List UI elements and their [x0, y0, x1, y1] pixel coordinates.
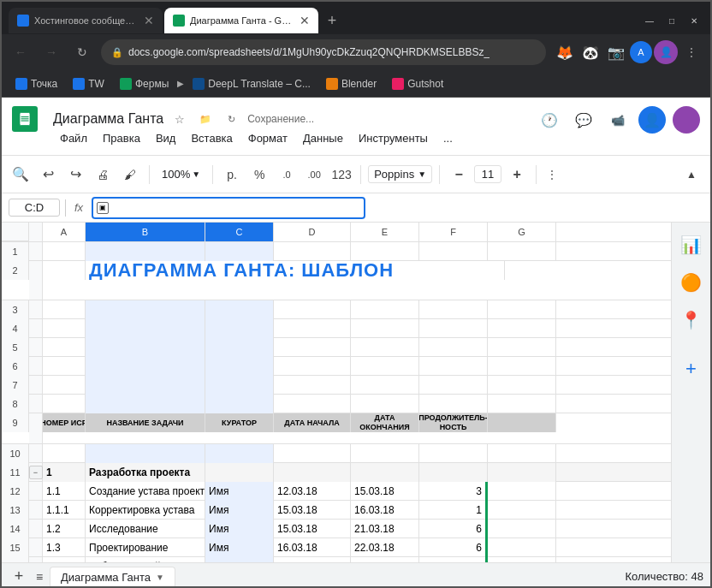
cell-e11[interactable]	[351, 463, 419, 482]
forward-button[interactable]: →	[39, 40, 63, 64]
url-bar[interactable]: 🔒 docs.google.com/spreadsheets/d/1MgUh90…	[101, 39, 546, 65]
col-header-f[interactable]: F	[419, 223, 488, 241]
search-toolbar-btn[interactable]: 🔍	[9, 163, 33, 187]
cell-f15[interactable]: 6	[419, 538, 488, 557]
cell-b14[interactable]: Исследование	[86, 520, 205, 538]
tab-2-close[interactable]: ✕	[300, 14, 310, 27]
cell-f1[interactable]	[419, 242, 488, 261]
cell-f13[interactable]: 1	[419, 501, 488, 520]
menu-tools[interactable]: Инструменты	[352, 128, 435, 148]
reload-button[interactable]: ↻	[70, 40, 94, 64]
menu-view[interactable]: Вид	[149, 128, 183, 148]
cell-b12[interactable]: Создание устава проекта	[86, 482, 205, 501]
extension-icon-2[interactable]: 🐼	[578, 40, 602, 64]
cell-a11[interactable]: 1	[43, 463, 86, 482]
cell-b9[interactable]: НАЗВАНИЕ ЗАДАЧИ	[86, 413, 205, 432]
row-num-14[interactable]: 14	[2, 520, 29, 538]
sidebar-forms-icon[interactable]: 🟠	[676, 267, 707, 298]
cell-f16[interactable]: 4	[419, 557, 488, 562]
currency-btn[interactable]: р.	[220, 163, 244, 187]
percent-btn[interactable]: %	[247, 163, 271, 187]
user-photo[interactable]	[673, 106, 700, 134]
cell-c9[interactable]: КУРАТОР	[205, 413, 274, 432]
sidebar-sheets-icon[interactable]: 📊	[676, 229, 707, 260]
bookmark-gutshot[interactable]: Gutshot	[385, 75, 450, 92]
cell-a12[interactable]: 1.1	[43, 482, 86, 501]
meet-icon[interactable]: 📹	[604, 106, 632, 134]
cell-a16[interactable]: 1.4	[43, 557, 86, 562]
undo-btn[interactable]: ↩	[36, 163, 60, 187]
cell-b2-title[interactable]: ДИАГРАММА ГАНТА: ШАБЛОН	[86, 261, 505, 280]
cell-d9[interactable]: ДАТА НАЧАЛА	[274, 413, 351, 432]
tab-2[interactable]: Диаграмма Ганта - Google Та... ✕	[164, 8, 318, 33]
cell-c15[interactable]: Имя	[205, 538, 274, 557]
row-num-8[interactable]: 8	[2, 395, 29, 413]
extension-icon-3[interactable]: 📷	[604, 40, 628, 64]
cell-g14[interactable]	[488, 520, 556, 538]
user-profile-photo[interactable]: 👤	[654, 40, 678, 64]
row-num-9[interactable]: 9	[2, 413, 29, 432]
col-header-g[interactable]: G	[488, 223, 556, 241]
add-sheet-button[interactable]: +	[9, 567, 29, 587]
menu-edit[interactable]: Правка	[96, 128, 147, 148]
col-header-d[interactable]: D	[274, 223, 351, 241]
comment-icon[interactable]: 💬	[570, 106, 597, 134]
cell-b16[interactable]: Работа со стейкхолдерами	[86, 557, 205, 562]
cell-f12[interactable]: 3	[419, 482, 488, 501]
profile-avatar[interactable]: A	[630, 41, 652, 63]
cell-d12[interactable]: 12.03.18	[274, 482, 351, 501]
row-num-7[interactable]: 7	[2, 376, 29, 395]
row-num-11[interactable]: 11	[2, 463, 29, 482]
row-num-5[interactable]: 5	[2, 338, 29, 357]
cell-f14[interactable]: 6	[419, 520, 488, 538]
cell-c1[interactable]	[205, 242, 274, 261]
maximize-button[interactable]: □	[662, 11, 681, 30]
row-num-16[interactable]: 16	[2, 557, 29, 562]
row-num-15[interactable]: 15	[2, 538, 29, 557]
row-num-4[interactable]: 4	[2, 319, 29, 338]
font-size-input[interactable]: 11	[474, 165, 501, 183]
cell-d16[interactable]: 18.03.18	[274, 557, 351, 562]
cell-g11[interactable]	[488, 463, 556, 482]
cell-b1[interactable]	[86, 242, 205, 261]
cell-e13[interactable]: 16.03.18	[351, 501, 419, 520]
back-button[interactable]: ←	[9, 40, 33, 64]
cell-e15[interactable]: 22.03.18	[351, 538, 419, 557]
col-header-e[interactable]: E	[351, 223, 419, 241]
cell-a14[interactable]: 1.2	[43, 520, 86, 538]
star-icon[interactable]: ☆	[170, 110, 189, 128]
bookmark-fermy[interactable]: Фермы	[113, 75, 175, 92]
redo-btn[interactable]: ↪	[63, 163, 87, 187]
cell-c16[interactable]: Имя	[205, 557, 274, 562]
cell-a9[interactable]: НОМЕР ИСР	[43, 413, 86, 432]
cell-a13[interactable]: 1.1.1	[43, 501, 86, 520]
cell-d14[interactable]: 15.03.18	[274, 520, 351, 538]
cell-a2[interactable]	[43, 261, 86, 280]
row-num-6[interactable]: 6	[2, 357, 29, 376]
cell-b15[interactable]: Проектирование	[86, 538, 205, 557]
cell-c12[interactable]: Имя	[205, 482, 274, 501]
cell-d11[interactable]	[274, 463, 351, 482]
cell-d1[interactable]	[274, 242, 351, 261]
cell-g13[interactable]	[488, 501, 556, 520]
cell-e12[interactable]: 15.03.18	[351, 482, 419, 501]
cell-e14[interactable]: 21.03.18	[351, 520, 419, 538]
row-group-btn-11[interactable]: −	[29, 463, 43, 481]
cell-c14[interactable]: Имя	[205, 520, 274, 538]
cell-e1[interactable]	[351, 242, 419, 261]
font-selector[interactable]: Poppins ▼	[368, 165, 432, 183]
menu-file[interactable]: Файл	[53, 128, 94, 148]
cell-a1[interactable]	[43, 242, 86, 261]
col-header-a[interactable]: A	[43, 223, 86, 241]
cell-b13[interactable]: Корректировка устава	[86, 501, 205, 520]
cell-a15[interactable]: 1.3	[43, 538, 86, 557]
new-tab-button[interactable]: +	[320, 9, 344, 33]
col-header-c[interactable]: C	[205, 223, 274, 241]
share-avatar[interactable]: 👤	[638, 106, 666, 134]
row-num-10[interactable]: 10	[2, 444, 29, 463]
font-size-inc-btn[interactable]: +	[505, 163, 529, 187]
cell-c13[interactable]: Имя	[205, 501, 274, 520]
cell-c11[interactable]	[205, 463, 274, 482]
sidebar-maps-icon[interactable]: 📍	[676, 305, 707, 336]
menu-insert[interactable]: Вставка	[184, 128, 239, 148]
